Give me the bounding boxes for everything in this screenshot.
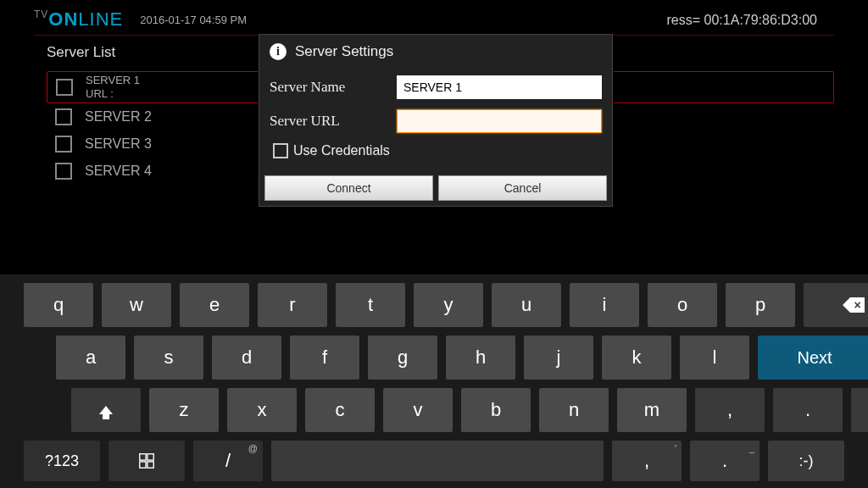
key-b[interactable]: b: [461, 388, 531, 432]
key-backspace[interactable]: [804, 283, 868, 327]
app-logo: TVONLINE: [34, 8, 123, 30]
server-name: SERVER 4: [85, 164, 152, 179]
server-settings-dialog: i Server Settings Server Name Server URL…: [259, 34, 613, 207]
svg-rect-1: [147, 454, 153, 460]
key-e[interactable]: e: [180, 283, 249, 327]
key-h[interactable]: h: [446, 336, 515, 380]
key-period[interactable]: .: [773, 388, 843, 432]
svg-rect-2: [140, 462, 146, 468]
key-next[interactable]: Next: [758, 336, 868, 380]
key-sup: ': [675, 443, 676, 453]
checkbox-icon[interactable]: [56, 79, 73, 96]
key-x[interactable]: x: [227, 388, 297, 432]
on-screen-keyboard: q w e r t y u i o p a s d f g h j k l Ne…: [0, 274, 868, 488]
checkbox-icon[interactable]: [55, 136, 72, 152]
server-url-input[interactable]: [397, 109, 602, 133]
key-n[interactable]: n: [539, 388, 609, 432]
key-c[interactable]: c: [305, 388, 375, 432]
mac-value: 00:1A:79:86:D3:00: [704, 13, 817, 27]
info-icon: i: [270, 43, 287, 60]
key-v[interactable]: v: [383, 388, 453, 432]
backspace-icon: [843, 297, 865, 313]
key-comma-alt[interactable]: , ': [612, 441, 682, 481]
key-sup: @: [248, 443, 258, 453]
svg-rect-0: [140, 454, 146, 460]
logo-tv: TV: [34, 8, 48, 20]
svg-rect-3: [147, 462, 153, 468]
key-sup: _: [749, 443, 754, 453]
checkbox-icon[interactable]: [55, 163, 72, 180]
cancel-button[interactable]: Cancel: [438, 175, 607, 201]
key-d[interactable]: d: [212, 336, 281, 380]
key-shift-right[interactable]: [851, 388, 868, 432]
key-j[interactable]: j: [524, 336, 593, 380]
key-emoji[interactable]: :-): [768, 441, 844, 481]
key-i[interactable]: i: [570, 283, 639, 327]
key-m[interactable]: m: [617, 388, 687, 432]
key-r[interactable]: r: [258, 283, 327, 327]
use-credentials-checkbox[interactable]: [273, 143, 288, 158]
key-a[interactable]: a: [56, 336, 125, 380]
logo-on: ON: [48, 8, 78, 30]
key-shift[interactable]: [71, 388, 141, 432]
server-name-label: Server Name: [270, 79, 397, 96]
server-name: SERVER 3: [85, 136, 152, 152]
language-icon: [137, 452, 156, 470]
key-symbols[interactable]: ?123: [24, 441, 100, 481]
key-slash[interactable]: / @: [193, 441, 263, 481]
key-t[interactable]: t: [336, 283, 405, 327]
logo-line: LINE: [78, 8, 123, 30]
use-credentials-label: Use Credentials: [293, 143, 390, 158]
connect-button[interactable]: Connect: [264, 175, 433, 201]
key-y[interactable]: y: [414, 283, 483, 327]
key-z[interactable]: z: [149, 388, 219, 432]
dialog-title-bar: i Server Settings: [259, 35, 612, 69]
mac-address: ress= 00:1A:79:86:D3:00: [667, 13, 817, 28]
key-q[interactable]: q: [24, 283, 93, 327]
shift-icon: [99, 406, 113, 414]
server-name-input[interactable]: [397, 75, 602, 99]
key-k[interactable]: k: [602, 336, 671, 380]
key-u[interactable]: u: [492, 283, 561, 327]
key-g[interactable]: g: [368, 336, 437, 380]
key-o[interactable]: o: [648, 283, 717, 327]
timestamp: 2016-01-17 04:59 PM: [140, 14, 247, 26]
key-language[interactable]: [108, 441, 185, 481]
dialog-title: Server Settings: [295, 43, 393, 60]
key-p[interactable]: p: [726, 283, 795, 327]
key-s[interactable]: s: [134, 336, 203, 380]
key-l[interactable]: l: [680, 336, 749, 380]
key-comma[interactable]: ,: [695, 388, 765, 432]
key-period-alt[interactable]: . _: [690, 441, 760, 481]
key-f[interactable]: f: [290, 336, 359, 380]
mac-label: ress=: [667, 13, 701, 27]
checkbox-icon[interactable]: [55, 108, 72, 125]
key-w[interactable]: w: [102, 283, 171, 327]
server-url-label: URL :: [86, 87, 140, 101]
server-url-label: Server URL: [270, 113, 397, 130]
key-space[interactable]: [271, 441, 604, 481]
server-name: SERVER 1: [86, 74, 140, 87]
server-name: SERVER 2: [85, 109, 152, 125]
